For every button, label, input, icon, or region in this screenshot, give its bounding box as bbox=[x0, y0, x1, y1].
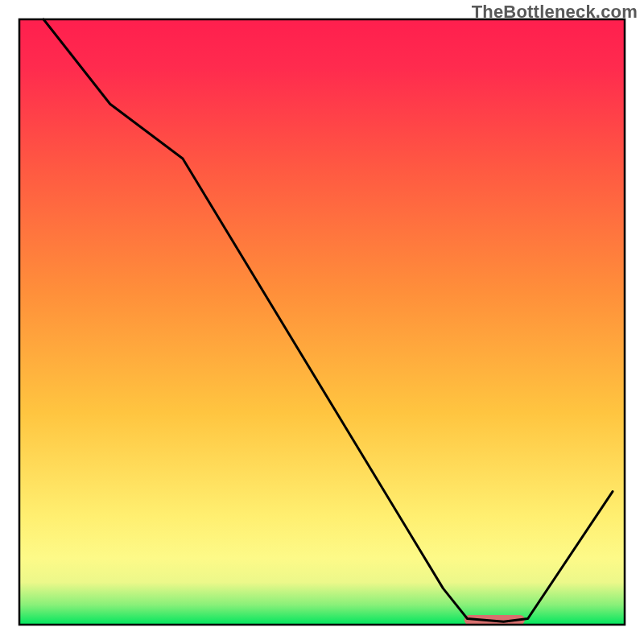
chart-plot bbox=[0, 0, 644, 644]
chart-background-gradient bbox=[19, 19, 625, 625]
chart-svg bbox=[0, 0, 644, 644]
chart-container: TheBottleneck.com bbox=[0, 0, 644, 644]
